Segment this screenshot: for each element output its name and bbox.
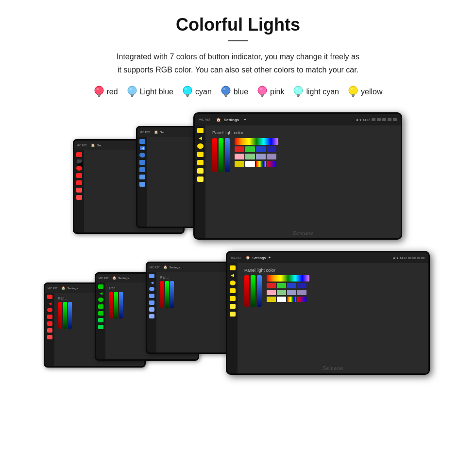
description-text: Integrated with 7 colors of button indic… xyxy=(19,50,457,76)
bulb-icon-red xyxy=(94,85,104,99)
sidebar-btn xyxy=(76,195,82,200)
svg-rect-27 xyxy=(297,94,300,96)
color-item-yellow: yellow xyxy=(348,85,382,99)
color-label-lightblue: Light blue xyxy=(140,88,173,96)
svg-rect-7 xyxy=(131,94,134,96)
title-divider xyxy=(228,40,248,41)
sidebar-1: ◀ xyxy=(74,150,84,232)
sidebar-btn xyxy=(76,188,82,193)
color-label-lightcyan: light cyan xyxy=(306,88,339,96)
svg-point-14 xyxy=(185,88,187,90)
page-container: Colorful Lights Integrated with 7 colors… xyxy=(0,0,476,397)
sidebar-btn xyxy=(139,182,145,187)
page-title: Colorful Lights xyxy=(19,15,457,35)
color-item-pink: pink xyxy=(257,85,284,99)
status-bar: ✱ ▼ 14:40 xyxy=(356,118,397,122)
bulb-icon-blue xyxy=(221,85,231,99)
swatches-section xyxy=(235,138,278,167)
color-item-lightcyan: light cyan xyxy=(293,85,339,99)
sidebar-btn xyxy=(197,143,204,149)
watermark-bottom: Seicane xyxy=(323,366,343,371)
svg-rect-22 xyxy=(261,94,264,96)
sidebar-btn xyxy=(139,153,145,158)
top-device-stack: MIC RST 🏠 Set ◀ xyxy=(73,112,403,246)
panel-light-title: Panel light color xyxy=(212,130,394,135)
sidebar-btn xyxy=(197,128,204,133)
svg-rect-33 xyxy=(352,96,354,97)
svg-rect-17 xyxy=(224,94,227,96)
sidebar-3: ◀ xyxy=(195,125,205,238)
devices-section: MIC RST 🏠 Set ◀ xyxy=(19,112,457,377)
svg-point-4 xyxy=(96,88,99,90)
color-bar-red xyxy=(212,138,217,172)
svg-point-9 xyxy=(129,88,132,90)
sidebar-btn xyxy=(76,152,82,157)
svg-rect-32 xyxy=(352,94,355,96)
sidebar-btn: ◀ xyxy=(198,136,203,141)
color-label-yellow: yellow xyxy=(361,88,382,96)
sidebar-btn xyxy=(139,139,145,144)
device-card-3: MIC RST 🏠 Settings ✦ ✱ ▼ 14:40 xyxy=(193,112,402,240)
swatch-row-2 xyxy=(235,154,278,159)
svg-rect-13 xyxy=(187,96,188,97)
svg-rect-8 xyxy=(131,96,133,97)
svg-point-19 xyxy=(223,88,225,90)
bulb-icon-pink xyxy=(257,85,268,99)
bottom-device-stack: MIC RST 🏠 Settings ◀ Pan.. xyxy=(44,251,432,377)
svg-rect-2 xyxy=(98,94,101,96)
sidebar-btn xyxy=(76,173,82,178)
color-item-red: red xyxy=(94,85,118,99)
content-3: Panel light color xyxy=(205,125,401,238)
bulb-icon-lightcyan xyxy=(293,85,304,99)
device-card-b4: MIC RST 🏠 Settings ✦ ✱ ▼ 14:40 xyxy=(226,251,430,375)
svg-rect-18 xyxy=(225,96,227,97)
bulb-icon-yellow xyxy=(348,85,358,99)
panel-light-ui xyxy=(212,138,394,172)
sidebar-btn: ◀ xyxy=(140,146,145,150)
sidebar-btn xyxy=(139,160,145,165)
color-bars xyxy=(212,138,230,172)
svg-rect-3 xyxy=(98,96,100,97)
color-label-pink: pink xyxy=(270,88,284,96)
color-item-blue: blue xyxy=(221,85,248,99)
sidebar-btn xyxy=(197,152,204,157)
bulb-icon-lightblue xyxy=(127,85,137,99)
svg-rect-28 xyxy=(297,96,299,97)
sidebar-btn xyxy=(139,167,145,172)
color-item-lightblue: Light blue xyxy=(127,85,173,99)
sidebar-btn xyxy=(197,176,204,182)
sidebar-2: ◀ xyxy=(137,137,147,227)
sidebar-btn: ◀ xyxy=(77,159,82,163)
colors-row: red Light blue cyan xyxy=(19,85,457,99)
rainbow-bar xyxy=(235,138,278,145)
sidebar-btn xyxy=(197,160,204,165)
swatch-row-1 xyxy=(235,146,278,152)
svg-point-34 xyxy=(351,88,353,90)
watermark-top: Seicane xyxy=(292,230,313,236)
svg-rect-12 xyxy=(186,94,189,96)
color-label-blue: blue xyxy=(234,88,248,96)
svg-point-24 xyxy=(260,88,262,90)
bulb-icon-cyan xyxy=(182,85,193,99)
color-label-cyan: cyan xyxy=(195,88,212,96)
sidebar-btn xyxy=(76,180,82,185)
body-3: ◀ Panel light color xyxy=(195,125,401,238)
sidebar-btn xyxy=(139,175,145,179)
color-item-cyan: cyan xyxy=(182,85,212,99)
color-bar-green xyxy=(219,138,223,172)
topbar-3: MIC RST 🏠 Settings ✦ ✱ ▼ 14:40 xyxy=(195,114,401,125)
color-bar-blue xyxy=(225,138,230,172)
svg-rect-23 xyxy=(261,96,263,97)
color-label-red: red xyxy=(107,88,118,96)
swatch-row-3 xyxy=(235,161,278,167)
sidebar-btn xyxy=(76,166,82,171)
sidebar-btn xyxy=(197,168,204,174)
svg-point-29 xyxy=(296,88,298,90)
